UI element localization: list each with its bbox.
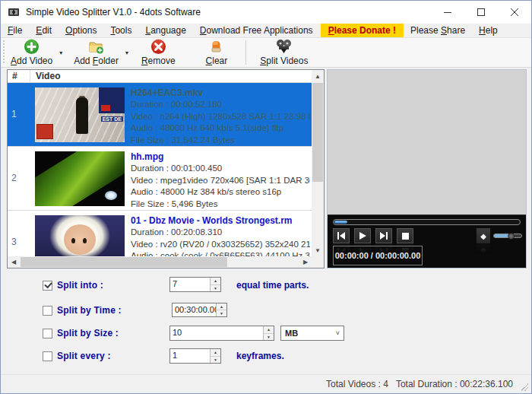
content-area: # Video 1 EST DE H264+EAC3.mkv Duration … — [1, 68, 531, 373]
stop-icon — [402, 233, 409, 240]
add-folder-dropdown-arrow[interactable]: ▼ — [123, 40, 131, 65]
scroll-down-arrow[interactable]: ▼ — [312, 244, 324, 256]
split-by-size-spinner[interactable]: 10 ▲▼ — [169, 326, 274, 341]
spin-down-arrow[interactable]: ▼ — [264, 334, 274, 341]
equal-time-parts-label: equal time parts. — [236, 280, 309, 291]
video-duration: Duration : 00:00:52.180 — [131, 99, 310, 110]
spin-up-arrow[interactable]: ▲ — [217, 303, 226, 310]
menu-please-donate[interactable]: Please Donate ! — [321, 24, 404, 37]
horizontal-scroll-thumb[interactable] — [21, 257, 227, 267]
menubar: File Edit Options Tools Language Downloa… — [1, 24, 531, 37]
spin-down-arrow[interactable]: ▼ — [217, 310, 226, 316]
seek-bar[interactable] — [333, 219, 521, 225]
split-every-row: Split every : — [43, 351, 111, 361]
spin-up-arrow[interactable]: ▲ — [211, 278, 220, 285]
split-videos-button[interactable]: Split Videos — [255, 38, 312, 67]
statusbar: Total Videos : 4 Total Duration : 00:22:… — [1, 374, 531, 393]
vertical-scroll-thumb[interactable] — [312, 83, 323, 182]
scroll-right-arrow[interactable]: ▶ — [299, 256, 312, 268]
scroll-left-arrow[interactable]: ◀ — [8, 256, 20, 268]
split-by-time-label: Split by Time : — [57, 305, 122, 316]
menu-edit[interactable]: Edit — [29, 24, 59, 37]
split-into-checkbox[interactable] — [43, 281, 52, 291]
menu-language[interactable]: Language — [138, 24, 192, 37]
menu-file[interactable]: File — [1, 24, 29, 37]
folder-add-icon — [88, 39, 104, 55]
total-duration-status: Total Duration : 00:22:36.100 — [396, 379, 513, 389]
split-by-time-spinner[interactable]: 00:30:00.000 ▲▼ — [172, 303, 227, 317]
play-button[interactable] — [354, 228, 371, 243]
horizontal-scrollbar[interactable]: ◀ ▶ — [8, 256, 312, 268]
spin-up-arrow[interactable]: ▲ — [264, 326, 274, 334]
split-into-row: Split into : — [43, 280, 103, 291]
video-codec: Video : mpeg1video 720x406 [SAR 1:1 DAR … — [131, 175, 310, 186]
split-every-checkbox[interactable] — [43, 351, 52, 361]
video-duration: Duration : 00:20:08.310 — [131, 227, 310, 238]
spin-up-arrow[interactable]: ▲ — [211, 349, 220, 357]
add-video-dropdown-arrow[interactable]: ▼ — [57, 40, 65, 65]
seek-thumb[interactable] — [334, 221, 347, 224]
spin-down-arrow[interactable]: ▼ — [211, 285, 220, 292]
split-every-spinner[interactable]: 1 ▲▼ — [169, 348, 221, 364]
scrollbar-corner — [312, 256, 324, 268]
mute-button[interactable]: ◆ — [477, 228, 490, 243]
stop-button[interactable] — [397, 228, 413, 243]
keyframes-label: keyframes. — [236, 351, 284, 361]
menu-options[interactable]: Options — [59, 24, 103, 37]
menu-please-share[interactable]: Please Share — [404, 24, 472, 37]
scroll-up-arrow[interactable]: ▲ — [312, 70, 324, 82]
split-by-time-row: Split by Time : — [43, 305, 122, 316]
previous-frame-button[interactable] — [333, 228, 350, 243]
next-frame-button[interactable] — [375, 228, 392, 243]
split-by-time-checkbox[interactable] — [43, 306, 52, 316]
player-controls: ◆ 00:00:00 / 00:00:00.00 — [328, 214, 526, 268]
add-icon — [24, 39, 40, 55]
video-filename: H264+EAC3.mkv — [131, 87, 310, 99]
toolbar-separator — [245, 40, 246, 65]
split-options: Split into : 7 ▲▼ equal time parts. Spli… — [1, 270, 531, 373]
next-frame-icon — [380, 232, 388, 240]
maximize-button[interactable] — [464, 1, 498, 24]
video-row-3[interactable]: 3 01 - Dbz Movie - Worlds Strongest.rm D… — [8, 211, 312, 257]
previous-frame-icon — [337, 232, 345, 240]
clear-brush-icon — [208, 39, 224, 55]
split-videos-icon — [276, 39, 292, 55]
add-video-button[interactable]: Add Video — [6, 38, 57, 67]
video-info: H264+EAC3.mkv Duration : 00:00:52.180 Vi… — [131, 87, 310, 145]
audio-codec: Audio : 48000 Hz 640 kb/s 5.1(side) fltp — [131, 122, 310, 134]
split-into-spinner[interactable]: 7 ▲▼ — [169, 277, 221, 292]
clear-button[interactable]: Clear — [201, 38, 233, 67]
list-header: # Video — [8, 70, 312, 83]
close-button[interactable] — [498, 1, 531, 24]
menu-help[interactable]: Help — [472, 24, 505, 37]
video-thumbnail — [35, 215, 125, 257]
remove-button[interactable]: Remove — [137, 38, 180, 67]
video-preview-panel: ◆ 00:00:00 / 00:00:00.00 — [327, 69, 527, 268]
row-number: 3 — [11, 237, 30, 247]
vertical-scrollbar[interactable]: ▲ ▼ — [312, 70, 324, 256]
volume-thumb[interactable] — [508, 233, 515, 240]
resize-grip[interactable] — [521, 383, 528, 391]
split-by-size-checkbox[interactable] — [43, 329, 52, 338]
video-thumbnail: EST DE — [35, 87, 125, 142]
column-header-video[interactable]: Video — [30, 70, 60, 82]
video-codec: Video : h264 (High) 1280x528 SAR 1:1 23.… — [131, 111, 310, 122]
remove-icon — [150, 39, 166, 55]
minimize-button[interactable] — [431, 1, 464, 24]
video-duration: Duration : 00:01:00.450 — [131, 163, 310, 174]
total-videos-status: Total Videos : 4 — [326, 379, 388, 389]
column-header-number[interactable]: # — [8, 70, 30, 82]
video-info: hh.mpg Duration : 00:01:00.450 Video : m… — [131, 151, 310, 209]
spin-down-arrow[interactable]: ▼ — [211, 357, 220, 364]
video-row-1[interactable]: 1 EST DE H264+EAC3.mkv Duration : 00:00:… — [8, 83, 312, 147]
add-folder-button[interactable]: Add Folder — [69, 38, 123, 67]
video-list: # Video 1 EST DE H264+EAC3.mkv Duration … — [7, 69, 325, 268]
video-row-2[interactable]: 2 hh.mpg Duration : 00:01:00.450 Video :… — [8, 147, 312, 211]
menu-download-free-applications[interactable]: Download Free Applications — [193, 24, 320, 37]
size-unit-dropdown[interactable]: MB ˅ — [280, 326, 344, 341]
split-by-size-label: Split by Size : — [57, 328, 119, 338]
app-icon — [8, 6, 20, 18]
time-display: 00:00:00 / 00:00:00.00 — [333, 246, 423, 265]
volume-slider[interactable] — [493, 234, 522, 238]
menu-tools[interactable]: Tools — [103, 24, 138, 37]
